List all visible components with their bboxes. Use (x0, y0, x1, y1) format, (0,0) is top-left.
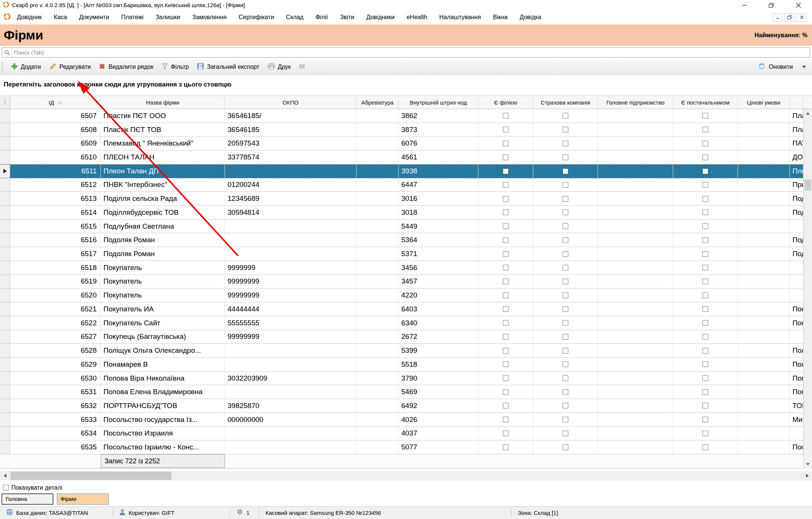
checkbox-is-branch[interactable] (503, 113, 508, 118)
menu-item-7[interactable]: Склад (286, 14, 304, 21)
refresh-dropdown-icon[interactable] (802, 66, 806, 68)
table-row[interactable]: 6532ПОРТТРАНСБУД"ТОВ398258706492ТОВ (0, 399, 812, 413)
table-row[interactable]: 6507Пластик ПЄТ ООО36546185/3862Пла (0, 109, 812, 123)
checkbox-is-supplier[interactable] (703, 306, 708, 312)
row-selector[interactable] (0, 399, 10, 413)
checkbox-is-insurance[interactable] (563, 209, 568, 215)
checkbox-is-branch[interactable] (503, 445, 508, 450)
mdi-restore-button[interactable] (785, 13, 795, 22)
table-row[interactable]: 6521Покупатель ИА444444446403Пок (0, 302, 812, 316)
column-header-abbreviation[interactable]: Абревіатура (357, 96, 399, 109)
checkbox-is-branch[interactable] (503, 223, 508, 229)
row-selector[interactable] (0, 123, 10, 137)
checkbox-is-branch[interactable] (503, 127, 508, 132)
checkbox-is-supplier[interactable] (703, 182, 708, 188)
row-selector[interactable] (0, 206, 10, 219)
checkbox-is-branch[interactable] (503, 403, 508, 408)
table-row[interactable]: 6533Посольство государства Із...00000000… (0, 413, 812, 427)
row-selector[interactable] (0, 220, 10, 233)
checkbox-is-branch[interactable] (503, 251, 508, 257)
table-row[interactable]: 6512ПНВК "Інтербізнес"012002446447При (0, 178, 812, 192)
table-row[interactable]: 6513Поділля сельска Рада123456893016Поді (0, 192, 812, 206)
table-row[interactable]: 6531Попова Елена Владимировна5469Поп (0, 385, 812, 399)
checkbox-is-insurance[interactable] (563, 417, 568, 422)
checkbox-is-supplier[interactable] (703, 389, 708, 395)
minimize-button[interactable] (741, 2, 748, 9)
table-row[interactable]: 6516Подоляк Роман5364Под (0, 233, 812, 247)
checkbox-is-insurance[interactable] (563, 237, 568, 243)
checkbox-is-supplier[interactable] (703, 348, 708, 354)
row-selector[interactable] (0, 192, 10, 205)
menu-item-8[interactable]: Філії (316, 14, 328, 21)
row-selector[interactable] (0, 165, 10, 178)
checkbox-is-branch[interactable] (503, 182, 508, 188)
add-button[interactable]: Додати (7, 63, 45, 71)
checkbox-is-branch[interactable] (503, 155, 508, 160)
checkbox-is-supplier[interactable] (703, 334, 708, 340)
row-selector[interactable] (0, 440, 10, 454)
checkbox-is-branch[interactable] (503, 375, 508, 381)
menu-item-2[interactable]: Документи (79, 14, 109, 21)
horizontal-scrollbar[interactable] (0, 471, 812, 481)
column-header-price-terms[interactable]: Цінові умови (738, 96, 790, 109)
checkbox-is-insurance[interactable] (563, 445, 568, 450)
menu-item-3[interactable]: Платежі (121, 14, 144, 21)
row-selector[interactable] (0, 427, 10, 440)
checkbox-is-branch[interactable] (503, 389, 508, 395)
export-button[interactable]: Загальний експорт (193, 63, 263, 71)
table-row[interactable]: 6518Покупатель99999993456 (0, 261, 812, 275)
delete-row-button[interactable]: Видалити рядок (95, 63, 157, 71)
table-row[interactable]: 6515Подлубная Светлана5449 (0, 220, 812, 234)
vertical-scroll-thumb[interactable] (804, 179, 811, 191)
checkbox-is-branch[interactable] (503, 237, 508, 243)
checkbox-is-supplier[interactable] (703, 113, 708, 118)
vertical-scrollbar[interactable] (803, 109, 812, 469)
row-selector[interactable] (0, 137, 10, 150)
checkbox-is-supplier[interactable] (703, 293, 708, 298)
table-row[interactable]: 6510ПЛЕОН ТАЛАН337785744561ДОЧ (0, 150, 812, 164)
checkbox-is-supplier[interactable] (703, 168, 708, 174)
column-header-id[interactable]: ІД (10, 96, 101, 109)
row-selector[interactable] (0, 344, 10, 357)
menu-item-12[interactable]: Налаштування (439, 14, 481, 21)
checkbox-is-branch[interactable] (503, 293, 508, 298)
checkbox-is-insurance[interactable] (563, 361, 568, 367)
checkbox-is-insurance[interactable] (563, 293, 568, 298)
restore-button[interactable] (768, 2, 775, 9)
menu-item-5[interactable]: Замовлення (192, 14, 226, 21)
row-selector[interactable] (0, 150, 10, 164)
checkbox-is-branch[interactable] (503, 279, 508, 284)
row-selector[interactable] (0, 261, 10, 275)
scroll-left-button[interactable] (0, 471, 10, 481)
checkbox-is-insurance[interactable] (563, 348, 568, 354)
checkbox-is-branch[interactable] (503, 320, 508, 326)
checkbox-is-branch[interactable] (503, 141, 508, 146)
row-selector[interactable] (0, 288, 10, 302)
checkbox-is-insurance[interactable] (563, 306, 568, 312)
scroll-up-button[interactable] (804, 109, 812, 118)
row-selector[interactable] (0, 178, 10, 192)
table-row[interactable]: 6517Подоляк Роман5371Под (0, 247, 812, 261)
table-row[interactable]: 6534Посольство Израиля4037 (0, 427, 812, 441)
table-row[interactable]: 6528Поліщук Ольга Олександро...5399Полі (0, 344, 812, 358)
checkbox-is-supplier[interactable] (703, 279, 708, 284)
row-selector[interactable] (0, 358, 10, 371)
print-button[interactable]: Друк (264, 63, 295, 71)
mdi-close-button[interactable] (797, 13, 807, 22)
close-button[interactable] (795, 2, 802, 9)
filter-button[interactable]: Фільтр (158, 63, 193, 71)
table-row[interactable]: 6520Покупатель999999994220 (0, 288, 812, 302)
checkbox-is-supplier[interactable] (703, 375, 708, 381)
horizontal-scroll-thumb[interactable] (11, 472, 172, 480)
checkbox-is-supplier[interactable] (703, 209, 708, 215)
checkbox-is-insurance[interactable] (563, 389, 568, 395)
column-header-parent-company[interactable]: Головне підприємство (598, 96, 673, 109)
checkbox-is-branch[interactable] (503, 265, 508, 270)
checkbox-is-insurance[interactable] (563, 127, 568, 132)
menu-item-6[interactable]: Сертифікати (238, 14, 274, 21)
checkbox-is-supplier[interactable] (703, 417, 708, 422)
table-row[interactable]: 6527Покупець (Баггаутівська)999999992672 (0, 330, 812, 344)
checkbox-is-supplier[interactable] (703, 196, 708, 202)
checkbox-is-insurance[interactable] (563, 196, 568, 202)
table-row[interactable]: 6509Племзавод " Яненківський"20597543607… (0, 137, 812, 150)
